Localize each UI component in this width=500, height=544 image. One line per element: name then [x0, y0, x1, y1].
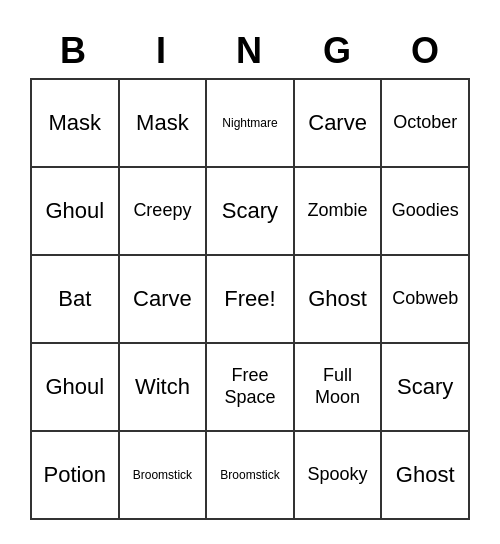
bingo-cell: Ghoul [32, 168, 120, 256]
cell-text: Ghost [396, 462, 455, 488]
bingo-cell: Goodies [382, 168, 470, 256]
bingo-cell: Ghost [295, 256, 383, 344]
cell-text: Ghoul [45, 198, 104, 224]
bingo-header: BINGO [30, 24, 470, 78]
bingo-cell: Bat [32, 256, 120, 344]
bingo-cell: Nightmare [207, 80, 295, 168]
bingo-cell: Ghoul [32, 344, 120, 432]
bingo-cell: Free Space [207, 344, 295, 432]
cell-text: Scary [397, 374, 453, 400]
bingo-card: BINGO MaskMaskNightmareCarveOctoberGhoul… [20, 14, 480, 530]
cell-text: Nightmare [222, 116, 277, 130]
cell-text: Mask [49, 110, 102, 136]
bingo-cell: Mask [32, 80, 120, 168]
bingo-cell: Broomstick [120, 432, 208, 520]
bingo-cell: Witch [120, 344, 208, 432]
bingo-cell: Creepy [120, 168, 208, 256]
cell-text: Scary [222, 198, 278, 224]
header-letter: N [206, 24, 294, 78]
bingo-cell: Zombie [295, 168, 383, 256]
cell-text: Broomstick [220, 468, 279, 482]
bingo-cell: Free! [207, 256, 295, 344]
cell-text: Witch [135, 374, 190, 400]
cell-text: Spooky [308, 464, 368, 486]
cell-text: Carve [308, 110, 367, 136]
cell-text: Full Moon [299, 365, 377, 408]
header-letter: I [118, 24, 206, 78]
header-letter: O [382, 24, 470, 78]
cell-text: Potion [44, 462, 106, 488]
cell-text: Mask [136, 110, 189, 136]
cell-text: Ghoul [45, 374, 104, 400]
bingo-cell: Cobweb [382, 256, 470, 344]
bingo-cell: October [382, 80, 470, 168]
cell-text: Cobweb [392, 288, 458, 310]
bingo-cell: Potion [32, 432, 120, 520]
bingo-cell: Carve [295, 80, 383, 168]
bingo-cell: Scary [207, 168, 295, 256]
bingo-grid: MaskMaskNightmareCarveOctoberGhoulCreepy… [30, 78, 470, 520]
header-letter: B [30, 24, 118, 78]
cell-text: Carve [133, 286, 192, 312]
bingo-cell: Ghost [382, 432, 470, 520]
cell-text: Creepy [133, 200, 191, 222]
cell-text: Broomstick [133, 468, 192, 482]
cell-text: Ghost [308, 286, 367, 312]
bingo-cell: Broomstick [207, 432, 295, 520]
cell-text: Goodies [392, 200, 459, 222]
bingo-cell: Spooky [295, 432, 383, 520]
bingo-cell: Scary [382, 344, 470, 432]
cell-text: Free! [224, 286, 275, 312]
bingo-cell: Full Moon [295, 344, 383, 432]
cell-text: October [393, 112, 457, 134]
cell-text: Free Space [211, 365, 289, 408]
header-letter: G [294, 24, 382, 78]
bingo-cell: Mask [120, 80, 208, 168]
bingo-cell: Carve [120, 256, 208, 344]
cell-text: Zombie [308, 200, 368, 222]
cell-text: Bat [58, 286, 91, 312]
